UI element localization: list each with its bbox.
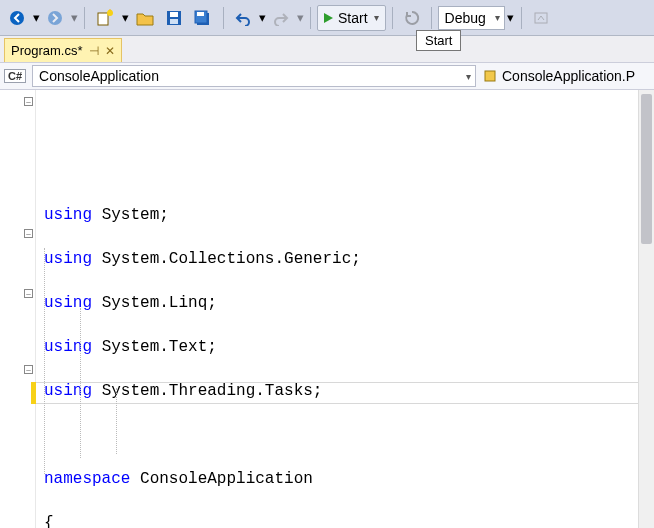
- start-tooltip: Start: [416, 30, 461, 51]
- new-project-dropdown[interactable]: ▾: [121, 5, 129, 31]
- lang-badge: C#: [4, 69, 26, 83]
- code-area[interactable]: using System; using System.Collections.G…: [36, 90, 638, 528]
- separator: [392, 7, 393, 29]
- config-more-dropdown[interactable]: ▾: [507, 5, 515, 31]
- redo-button[interactable]: [268, 5, 294, 31]
- config-value: Debug: [445, 10, 486, 26]
- tab-program-cs[interactable]: Program.cs* ⊣ ✕: [4, 38, 122, 62]
- config-selector[interactable]: Debug: [438, 6, 505, 30]
- outline-toggle-icon[interactable]: –: [24, 229, 33, 238]
- save-all-button[interactable]: [189, 5, 217, 31]
- svg-point-1: [48, 11, 62, 25]
- separator: [521, 7, 522, 29]
- scope-left-value: ConsoleApplication: [39, 68, 159, 84]
- scope-right-value: ConsoleApplication.P: [502, 68, 635, 84]
- scrollbar-thumb[interactable]: [641, 94, 652, 244]
- close-icon[interactable]: ✕: [105, 44, 115, 58]
- scope-selector-left[interactable]: ConsoleApplication: [32, 65, 476, 87]
- restart-button[interactable]: [399, 5, 425, 31]
- outline-toggle-icon[interactable]: –: [24, 365, 33, 374]
- new-project-button[interactable]: [91, 5, 119, 31]
- nav-back-dropdown[interactable]: ▾: [32, 5, 40, 31]
- code-nav-bar: C# ConsoleApplication ConsoleApplication…: [0, 62, 654, 90]
- svg-rect-10: [197, 12, 204, 16]
- open-file-button[interactable]: [131, 5, 159, 31]
- class-icon: [482, 68, 498, 84]
- save-button[interactable]: [161, 5, 187, 31]
- undo-dropdown[interactable]: ▾: [258, 5, 266, 31]
- start-label: Start: [338, 10, 368, 26]
- svg-point-4: [107, 10, 113, 16]
- outline-toggle-icon[interactable]: –: [24, 97, 33, 106]
- separator: [431, 7, 432, 29]
- nav-forward-dropdown[interactable]: ▾: [70, 5, 78, 31]
- svg-rect-6: [170, 12, 178, 17]
- indent-guide: [44, 248, 45, 474]
- outline-toggle-icon[interactable]: –: [24, 289, 33, 298]
- svg-rect-12: [485, 71, 495, 81]
- svg-point-0: [10, 11, 24, 25]
- current-line-highlight: [36, 382, 638, 404]
- nav-forward-button[interactable]: [42, 5, 68, 31]
- document-tabs: Program.cs* ⊣ ✕: [0, 36, 654, 62]
- main-toolbar: ▾ ▾ ▾ ▾ ▾ Start ▾ Debug ▾: [0, 0, 654, 36]
- scope-selector-right[interactable]: ConsoleApplication.P: [482, 68, 650, 84]
- nav-back-button[interactable]: [4, 5, 30, 31]
- vertical-scrollbar[interactable]: [638, 90, 654, 528]
- separator: [223, 7, 224, 29]
- start-debug-button[interactable]: Start ▾: [317, 5, 386, 31]
- pin-icon[interactable]: ⊣: [89, 44, 99, 58]
- editor-gutter[interactable]: – – – –: [0, 90, 36, 528]
- redo-dropdown[interactable]: ▾: [296, 5, 304, 31]
- indent-guide: [116, 388, 117, 454]
- tab-title: Program.cs*: [11, 43, 83, 58]
- svg-rect-7: [170, 19, 178, 24]
- indent-guide: [80, 308, 81, 458]
- step-button[interactable]: [528, 5, 554, 31]
- separator: [310, 7, 311, 29]
- undo-button[interactable]: [230, 5, 256, 31]
- play-icon: [322, 12, 334, 24]
- svg-rect-2: [98, 13, 108, 25]
- code-editor[interactable]: – – – – using System; using System.Colle…: [0, 90, 654, 528]
- svg-rect-11: [535, 13, 547, 23]
- separator: [84, 7, 85, 29]
